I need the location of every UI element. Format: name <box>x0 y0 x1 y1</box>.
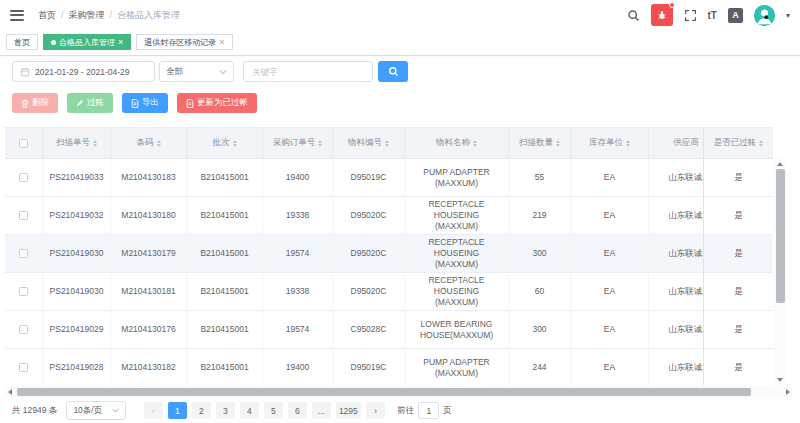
header-label: 供应商 <box>673 137 699 149</box>
row-checkbox[interactable] <box>19 173 28 182</box>
table-row[interactable]: PS210419030 M2104130179 B210415001 19574… <box>5 235 773 273</box>
header-scan-no[interactable]: 扫描单号 <box>43 128 111 158</box>
tab-return-sealed-records[interactable]: 退供封存区移动记录 × <box>136 34 232 50</box>
font-size-icon[interactable]: tT <box>708 10 717 21</box>
sort-caret-icon[interactable] <box>157 140 161 147</box>
header-label: 物料名称 <box>436 137 470 149</box>
table-row[interactable]: PS210419032 M2104130180 B210415001 19338… <box>5 197 773 235</box>
page-number-button[interactable]: 1 <box>168 402 187 419</box>
page-number-button[interactable]: 5 <box>264 402 283 419</box>
cell-scan-qty: 219 <box>509 197 571 234</box>
delete-button[interactable]: 删除 <box>12 93 58 113</box>
header-barcode[interactable]: 条码 <box>111 128 187 158</box>
cell-scan-no: PS210419028 <box>43 349 111 385</box>
goto-page-input[interactable] <box>418 402 439 419</box>
cell-material-name: PUMP ADAPTER (MAXXUM) <box>405 159 509 196</box>
cell-stock-unit: EA <box>571 273 649 310</box>
table-body: PS210419033 M2104130183 B210415001 19400… <box>5 159 773 385</box>
header-batch[interactable]: 批次 <box>187 128 263 158</box>
row-checkbox[interactable] <box>19 363 28 372</box>
hamburger-icon[interactable] <box>10 10 24 21</box>
sort-caret-icon[interactable] <box>556 140 560 147</box>
header-material-name[interactable]: 物料名称 <box>405 128 509 158</box>
page-number-button[interactable]: 6 <box>288 402 307 419</box>
close-icon[interactable]: × <box>118 38 123 47</box>
tab-label: 合格品入库管理 <box>59 37 115 48</box>
header-scan-qty[interactable]: 扫描数量 <box>509 128 571 158</box>
table-row[interactable]: PS210419029 M2104130176 B210415001 19574… <box>5 311 773 349</box>
cell-po-no: 19338 <box>263 273 333 310</box>
table-row[interactable]: PS210419030 M2104130181 B210415001 19338… <box>5 273 773 311</box>
tags-view-bar: 首页 合格品入库管理 × 退供封存区移动记录 × <box>0 30 800 56</box>
sort-caret-icon[interactable] <box>93 140 97 147</box>
scroll-left-arrow-icon[interactable] <box>8 389 12 395</box>
header-is-posted[interactable]: 是否已过账 <box>704 128 773 159</box>
sort-caret-icon[interactable] <box>759 140 763 147</box>
page-number-button[interactable]: 2 <box>192 402 211 419</box>
breadcrumb-item-home[interactable]: 首页 <box>38 9 56 22</box>
page-number-button[interactable]: 4 <box>240 402 259 419</box>
error-log-bug-button[interactable] <box>651 4 673 26</box>
prev-page-button[interactable]: ‹ <box>144 402 163 419</box>
sort-caret-icon[interactable] <box>626 140 630 147</box>
tab-label: 首页 <box>14 37 30 48</box>
row-checkbox[interactable] <box>19 249 28 258</box>
select-all-checkbox[interactable] <box>19 139 28 148</box>
sort-caret-icon[interactable] <box>473 140 477 147</box>
cell-scan-no: PS210419029 <box>43 311 111 348</box>
scroll-up-arrow-icon[interactable] <box>777 162 783 166</box>
navbar-actions: tT A ▾ <box>627 4 790 26</box>
row-checkbox[interactable] <box>19 325 28 334</box>
horizontal-scrollbar[interactable] <box>5 386 793 397</box>
sort-caret-icon[interactable] <box>233 140 237 147</box>
cell-scan-qty: 300 <box>509 311 571 348</box>
chevron-down-icon[interactable]: ▾ <box>786 11 790 20</box>
vertical-scrollbar[interactable] <box>774 159 786 385</box>
row-checkbox[interactable] <box>19 211 28 220</box>
fullscreen-icon[interactable] <box>684 9 697 22</box>
header-label: 采购订单号 <box>273 137 316 149</box>
cell-stock-unit: EA <box>571 235 649 272</box>
language-icon[interactable]: A <box>728 8 743 23</box>
scroll-down-arrow-icon[interactable] <box>777 378 783 382</box>
post-button[interactable]: 过账 <box>67 93 113 113</box>
horizontal-scrollbar-thumb[interactable] <box>17 388 751 396</box>
breadcrumb-item-purchase[interactable]: 采购管理 <box>69 9 105 22</box>
cell-barcode: M2104130176 <box>111 311 187 348</box>
sort-caret-icon[interactable] <box>385 140 389 147</box>
total-count-label: 共 12949 条 <box>12 405 57 417</box>
date-range-picker[interactable]: 2021-01-29 - 2021-04-29 <box>12 61 155 82</box>
update-posted-button[interactable]: 更新为已过帐 <box>177 93 257 113</box>
table-row[interactable]: PS210419028 M2104130182 B210415001 19400… <box>5 349 773 385</box>
row-checkbox-cell <box>5 235 43 272</box>
tab-qualified-inbound[interactable]: 合格品入库管理 × <box>43 34 131 50</box>
keyword-input[interactable] <box>243 61 373 82</box>
table-row[interactable]: PS210419033 M2104130183 B210415001 19400… <box>5 159 773 197</box>
search-icon[interactable] <box>627 9 640 22</box>
search-button[interactable] <box>378 61 408 82</box>
cell-batch: B210415001 <box>187 197 263 234</box>
row-checkbox[interactable] <box>19 287 28 296</box>
posted-value: 是 <box>734 210 743 222</box>
fixed-posted-column: 是否已过账 是 是 是 是 是 是 <box>703 128 773 385</box>
filter-bar: 2021-01-29 - 2021-04-29 全部 <box>12 61 408 82</box>
page-size-select[interactable]: 10条/页 <box>66 401 126 420</box>
page-number-button[interactable]: 3 <box>216 402 235 419</box>
close-icon[interactable]: × <box>219 38 224 47</box>
avatar[interactable] <box>754 5 775 26</box>
header-stock-unit[interactable]: 库存单位 <box>571 128 649 158</box>
header-material-no[interactable]: 物料编号 <box>333 128 405 158</box>
category-select[interactable]: 全部 <box>159 61 234 82</box>
cell-scan-qty: 60 <box>509 273 571 310</box>
page-number-button[interactable]: 1295 <box>336 402 361 419</box>
page-number-button[interactable]: ... <box>312 402 331 419</box>
next-page-button[interactable]: › <box>366 402 385 419</box>
cell-material-no: D95020C <box>333 197 405 234</box>
tab-home[interactable]: 首页 <box>6 34 38 50</box>
sort-caret-icon[interactable] <box>318 140 322 147</box>
export-button[interactable]: 导出 <box>122 93 168 113</box>
scroll-right-arrow-icon[interactable] <box>786 389 790 395</box>
trash-icon <box>21 99 29 108</box>
vertical-scrollbar-thumb[interactable] <box>776 169 785 303</box>
header-po-no[interactable]: 采购订单号 <box>263 128 333 158</box>
